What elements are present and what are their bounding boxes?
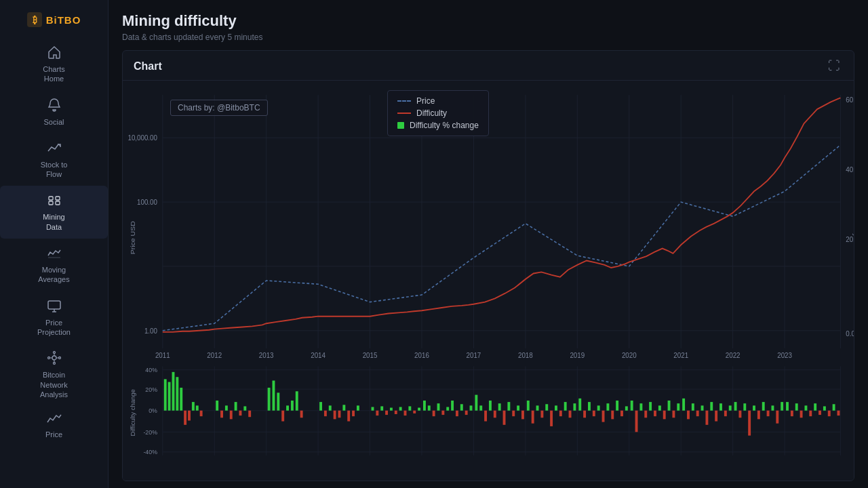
sidebar-item-mining-data[interactable]: MiningData	[0, 186, 108, 239]
chart-legend: Price Difficulty Difficulty % change	[387, 90, 489, 136]
svg-rect-126	[399, 407, 402, 410]
svg-rect-90	[184, 411, 186, 425]
sidebar-item-charts-home[interactable]: ChartsHome	[0, 38, 108, 91]
page-title: Mining difficulty	[122, 12, 854, 30]
svg-rect-218	[833, 404, 835, 410]
svg-rect-159	[555, 405, 557, 410]
fullscreen-button[interactable]: ⛶	[825, 58, 843, 75]
price-icon	[47, 413, 62, 427]
svg-rect-3	[56, 197, 60, 200]
svg-rect-195	[724, 411, 727, 416]
legend-diff-change-label: Difficulty % change	[410, 121, 479, 130]
svg-rect-120	[372, 407, 374, 410]
sidebar: ₿ BiTBO ChartsHome Social Stock toFlow	[0, 0, 108, 488]
svg-point-11	[53, 352, 55, 354]
svg-rect-173	[620, 411, 623, 416]
svg-rect-105	[277, 392, 279, 410]
svg-text:40%: 40%	[145, 367, 157, 373]
legend-item-diff-change: Difficulty % change	[397, 121, 479, 130]
sidebar-label-price: Price	[45, 430, 62, 439]
legend-price-label: Price	[416, 96, 435, 106]
sidebar-label-stock-flow: Stock toFlow	[41, 160, 68, 180]
svg-text:2023: 2023	[777, 351, 792, 359]
svg-rect-177	[639, 403, 642, 411]
svg-rect-115	[338, 411, 341, 418]
legend-item-difficulty: Difficulty	[397, 108, 479, 118]
sidebar-item-price-projection[interactable]: PriceProjection	[0, 291, 108, 344]
svg-text:1.00: 1.00	[144, 327, 157, 335]
sidebar-item-social[interactable]: Social	[0, 91, 108, 134]
svg-rect-186	[682, 399, 685, 411]
chart-section: Chart ⛶ Charts by: @BitboBTC Price Diffi…	[122, 50, 854, 481]
svg-rect-88	[176, 377, 178, 411]
moving-avg-icon	[47, 245, 62, 262]
svg-rect-146	[494, 411, 496, 418]
sidebar-label-bitcoin-network: BitcoinNetworkAnalysis	[40, 370, 68, 399]
svg-rect-134	[437, 403, 440, 411]
mining-icon	[47, 192, 62, 209]
monitor-icon	[47, 298, 62, 315]
bell-icon	[47, 98, 62, 115]
sidebar-item-price[interactable]: Price	[0, 406, 108, 446]
svg-rect-116	[342, 405, 345, 410]
svg-rect-114	[334, 411, 336, 420]
svg-rect-202	[757, 411, 760, 420]
svg-rect-94	[200, 411, 203, 416]
svg-rect-175	[631, 401, 633, 411]
svg-rect-197	[734, 402, 737, 411]
svg-rect-164	[578, 399, 581, 411]
svg-rect-141	[470, 405, 473, 410]
svg-text:₿: ₿	[32, 15, 37, 25]
svg-rect-180	[654, 411, 656, 416]
svg-rect-136	[446, 407, 449, 410]
svg-text:2019: 2019	[570, 351, 585, 359]
svg-rect-144	[484, 411, 487, 422]
legend-difficulty-line	[397, 113, 411, 114]
svg-rect-194	[719, 403, 722, 411]
svg-rect-161	[564, 402, 567, 411]
svg-rect-156	[540, 411, 543, 418]
svg-text:2012: 2012	[207, 351, 222, 359]
svg-rect-181	[658, 405, 661, 410]
svg-rect-152	[521, 411, 524, 420]
sidebar-item-moving-averages[interactable]: MovingAverages	[0, 239, 108, 291]
main-content: Mining difficulty Data & charts updated …	[108, 0, 868, 488]
svg-rect-19	[123, 81, 854, 481]
svg-text:10,000.00: 10,000.00	[127, 134, 157, 142]
svg-rect-135	[441, 411, 444, 415]
svg-rect-102	[248, 411, 251, 417]
svg-rect-104	[273, 381, 275, 411]
svg-rect-4	[49, 201, 53, 205]
sidebar-label-price-proj: PriceProjection	[37, 318, 71, 338]
svg-rect-176	[635, 411, 638, 432]
svg-rect-154	[532, 411, 534, 424]
svg-rect-127	[404, 411, 407, 415]
legend-difficulty-label: Difficulty	[416, 108, 447, 118]
svg-rect-187	[687, 411, 690, 420]
svg-text:100.00: 100.00	[137, 199, 157, 206]
svg-text:2018: 2018	[518, 351, 533, 359]
sidebar-item-bitcoin-network[interactable]: BitcoinNetworkAnalysis	[0, 344, 108, 406]
svg-text:2015: 2015	[363, 351, 378, 359]
svg-rect-213	[809, 411, 812, 416]
svg-rect-123	[385, 411, 388, 415]
svg-rect-96	[220, 411, 223, 418]
sidebar-item-stock-to-flow[interactable]: Stock toFlow	[0, 134, 108, 186]
svg-rect-191	[705, 411, 708, 425]
svg-rect-162	[569, 411, 572, 418]
svg-text:-40%: -40%	[143, 449, 157, 455]
svg-rect-170	[606, 403, 609, 411]
svg-rect-142	[475, 395, 477, 411]
svg-rect-198	[738, 411, 741, 418]
svg-rect-189	[696, 411, 699, 416]
svg-rect-155	[536, 405, 539, 410]
svg-rect-219	[837, 411, 840, 415]
logo-icon: ₿	[27, 12, 42, 27]
sidebar-label-mining-data: MiningData	[43, 212, 64, 232]
svg-rect-214	[814, 403, 816, 411]
svg-rect-174	[625, 406, 628, 410]
svg-text:2014: 2014	[311, 351, 326, 359]
svg-rect-217	[828, 411, 831, 416]
svg-rect-132	[428, 405, 431, 410]
svg-rect-130	[418, 408, 420, 411]
